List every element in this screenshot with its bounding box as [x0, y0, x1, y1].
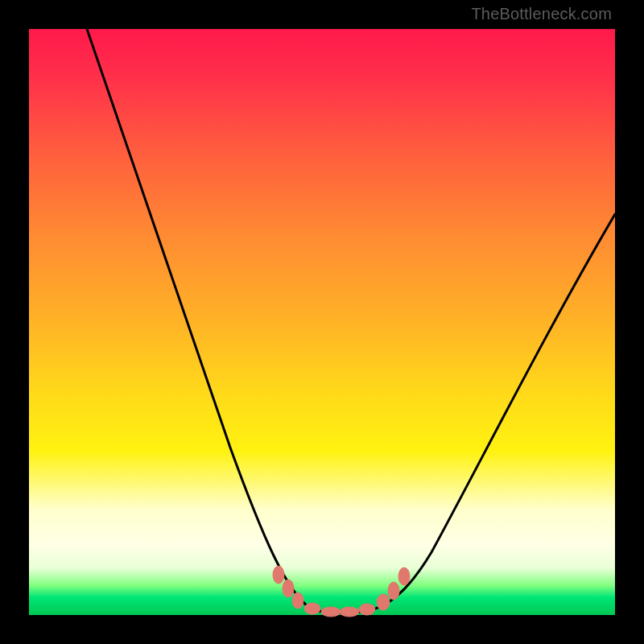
svg-point-7 [377, 594, 390, 610]
svg-point-9 [398, 568, 410, 585]
chart-frame: TheBottleneck.com [0, 0, 644, 644]
svg-point-5 [340, 607, 359, 617]
svg-point-4 [321, 607, 341, 617]
bottleneck-curve [29, 29, 615, 615]
watermark-text: TheBottleneck.com [471, 5, 612, 23]
curve-path [87, 29, 615, 613]
svg-point-1 [283, 580, 294, 597]
plot-area [29, 29, 615, 615]
highlight-markers [273, 566, 410, 617]
svg-point-3 [304, 603, 320, 614]
svg-point-2 [292, 592, 303, 609]
svg-point-6 [359, 604, 375, 615]
svg-point-0 [273, 566, 284, 584]
svg-point-8 [388, 582, 399, 600]
